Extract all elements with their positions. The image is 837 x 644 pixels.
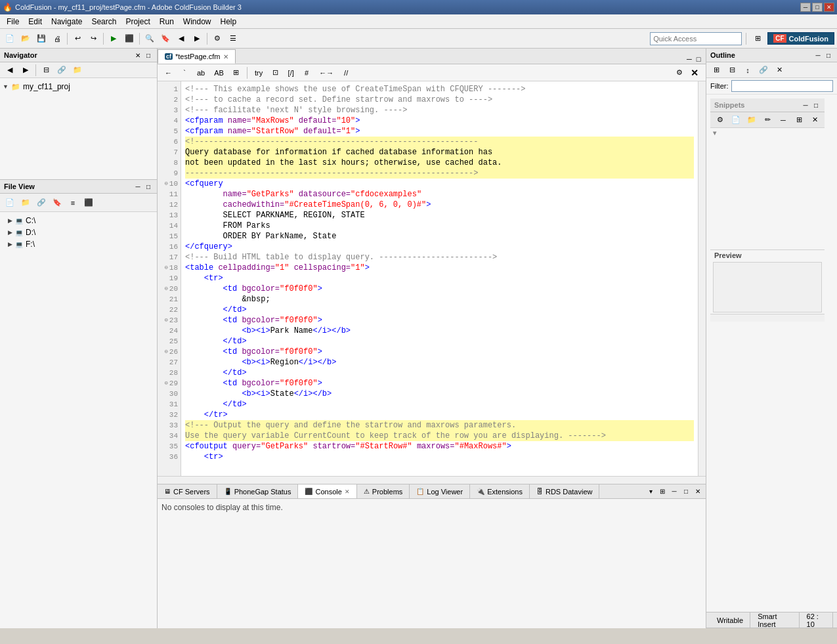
snippets-maximize[interactable]: □: [811, 100, 821, 110]
minimize-button[interactable]: ─: [800, 3, 811, 12]
fv-link-btn[interactable]: 🔗: [34, 196, 49, 210]
drive-f[interactable]: ▶ 💻 F:\: [3, 238, 154, 250]
et-ab-lower[interactable]: ab: [194, 67, 208, 79]
menu-project[interactable]: Project: [121, 16, 154, 28]
ol-collapse[interactable]: ⊟: [725, 63, 739, 77]
et-arrow[interactable]: ←: [161, 67, 175, 79]
coldfusion-button[interactable]: CF ColdFusion: [767, 32, 834, 45]
tab-problems[interactable]: ⚠ Problems: [357, 484, 410, 499]
snip-btn-1[interactable]: ⚙: [713, 113, 727, 127]
menu-run[interactable]: Run: [156, 16, 178, 28]
editor-maximize-btn[interactable]: □: [694, 54, 703, 64]
nav-collapse-btn[interactable]: ⊟: [39, 63, 53, 77]
bottom-minimize-btn[interactable]: ─: [669, 486, 679, 497]
nav-new-folder-btn[interactable]: 📁: [70, 63, 85, 77]
editor-minimize-btn[interactable]: ─: [685, 54, 694, 64]
snip-btn-4[interactable]: ✏: [760, 113, 775, 127]
outline-controls[interactable]: ─ □: [813, 51, 833, 60]
stop-button[interactable]: ⬛: [122, 32, 137, 46]
navigator-maximize[interactable]: □: [144, 51, 153, 60]
run-button[interactable]: ▶: [106, 32, 121, 46]
nav-link-btn[interactable]: 🔗: [54, 63, 69, 77]
new-button[interactable]: 📄: [3, 32, 17, 46]
et-settings[interactable]: ⚙: [673, 67, 686, 79]
menu-navigate[interactable]: Navigate: [47, 16, 86, 28]
nav-fwd-btn[interactable]: ▶: [18, 63, 33, 77]
fv-collapse-btn[interactable]: ⬛: [81, 196, 96, 210]
editor-scrollbar[interactable]: [698, 81, 706, 476]
et-comment[interactable]: //: [339, 67, 353, 79]
et-arrows[interactable]: ←→: [316, 67, 337, 79]
outline-maximize[interactable]: □: [824, 51, 833, 60]
file-view-maximize[interactable]: □: [144, 182, 153, 191]
drive-d[interactable]: ▶ 💻 D:\: [3, 226, 154, 238]
et-close-editor[interactable]: ✕: [687, 67, 702, 79]
et-backtick[interactable]: `: [178, 67, 191, 79]
snip-btn-5[interactable]: ─: [776, 113, 790, 127]
bottom-menu-btn[interactable]: ▾: [645, 486, 656, 497]
fv-bookmark-btn[interactable]: 🔖: [50, 196, 64, 210]
misc-btn-1[interactable]: ⚙: [210, 32, 225, 46]
outline-minimize[interactable]: ─: [813, 51, 823, 60]
bottom-maximize-btn[interactable]: □: [681, 486, 691, 497]
tab-console[interactable]: ⬛ Console ✕: [298, 484, 356, 499]
file-view-controls[interactable]: ─ □: [133, 182, 153, 191]
bottom-grid-btn[interactable]: ⊞: [657, 486, 668, 497]
et-box[interactable]: ⊡: [268, 67, 282, 79]
snip-btn-7[interactable]: ✕: [807, 113, 822, 127]
tab-close-button[interactable]: ✕: [223, 53, 228, 60]
nav-back-button[interactable]: ◀: [174, 32, 188, 46]
menu-window[interactable]: Window: [179, 16, 215, 28]
nav-back-btn[interactable]: ◀: [3, 63, 17, 77]
preview-scrollbar-h[interactable]: [710, 314, 825, 322]
maximize-button[interactable]: □: [812, 3, 823, 12]
redo-button[interactable]: ↪: [86, 32, 100, 46]
quick-access-input[interactable]: [650, 32, 742, 45]
ol-close[interactable]: ✕: [772, 63, 786, 77]
fv-folder-btn[interactable]: 📁: [18, 196, 33, 210]
tab-rds-dataview[interactable]: 🗄 RDS Dataview: [530, 484, 600, 499]
tab-log-viewer[interactable]: 📋 Log Viewer: [410, 484, 470, 499]
layout-button[interactable]: ⊞: [750, 32, 765, 46]
print-button[interactable]: 🖨: [50, 32, 64, 46]
ol-item-1[interactable]: Snippets ─ □ ⚙ 📄 📁 ✏ ─ ⊞ ✕ ▾ Preview: [709, 97, 834, 323]
menu-search[interactable]: Search: [87, 16, 120, 28]
bookmark-button[interactable]: 🔖: [158, 32, 173, 46]
menu-help[interactable]: Help: [217, 16, 241, 28]
et-ab-upper[interactable]: AB: [211, 67, 227, 79]
ol-sort[interactable]: ↕: [740, 63, 755, 77]
drive-c[interactable]: ▶ 💻 C:\: [3, 215, 154, 226]
et-slash[interactable]: [/]: [284, 67, 297, 79]
open-button[interactable]: 📂: [18, 32, 33, 46]
snip-btn-6[interactable]: ⊞: [792, 113, 806, 127]
tree-project[interactable]: ▼ 📁 my_cf11_proj: [3, 81, 154, 93]
et-try[interactable]: try: [251, 67, 266, 79]
snip-btn-2[interactable]: 📄: [729, 113, 743, 127]
menu-edit[interactable]: Edit: [24, 16, 46, 28]
filter-input[interactable]: [731, 80, 834, 92]
misc-btn-2[interactable]: ☰: [226, 32, 240, 46]
title-bar-controls[interactable]: ─ □ ✕: [800, 3, 834, 12]
snippets-minimize[interactable]: ─: [801, 100, 810, 110]
fv-new-btn[interactable]: 📄: [3, 196, 17, 210]
save-button[interactable]: 💾: [34, 32, 49, 46]
snippets-controls[interactable]: ─ □: [801, 100, 821, 110]
menu-file[interactable]: File: [3, 16, 23, 28]
ol-expand[interactable]: ⊞: [709, 63, 723, 77]
editor-bottom-scroll[interactable]: [158, 476, 706, 484]
tab-phonegap[interactable]: 📱 PhoneGap Status: [217, 484, 299, 499]
navigator-controls[interactable]: ✕ □: [133, 51, 153, 60]
close-button[interactable]: ✕: [824, 3, 834, 12]
et-hash[interactable]: #: [300, 67, 313, 79]
fv-list-btn[interactable]: ≡: [66, 196, 80, 210]
ol-link[interactable]: 🔗: [756, 63, 771, 77]
navigator-minimize[interactable]: ✕: [133, 51, 142, 60]
editor-tab-testpage[interactable]: cf *testPage.cfm ✕: [158, 49, 236, 64]
console-close-icon[interactable]: ✕: [345, 488, 350, 495]
search-toolbar-button[interactable]: 🔍: [142, 32, 157, 46]
undo-button[interactable]: ↩: [70, 32, 85, 46]
bottom-close-btn[interactable]: ✕: [693, 486, 703, 497]
snip-btn-3[interactable]: 📁: [744, 113, 759, 127]
nav-forward-button[interactable]: ▶: [190, 32, 204, 46]
tab-extensions[interactable]: 🔌 Extensions: [470, 484, 530, 499]
